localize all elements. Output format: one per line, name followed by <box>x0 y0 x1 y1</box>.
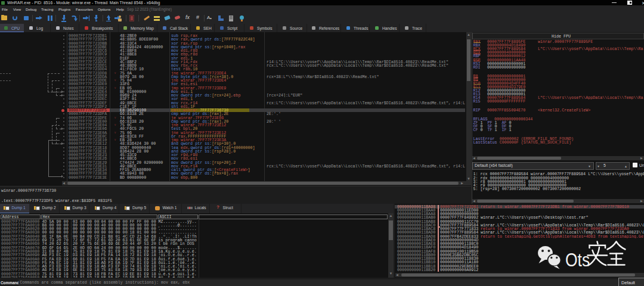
svg-text:Ots: Ots <box>565 250 590 271</box>
